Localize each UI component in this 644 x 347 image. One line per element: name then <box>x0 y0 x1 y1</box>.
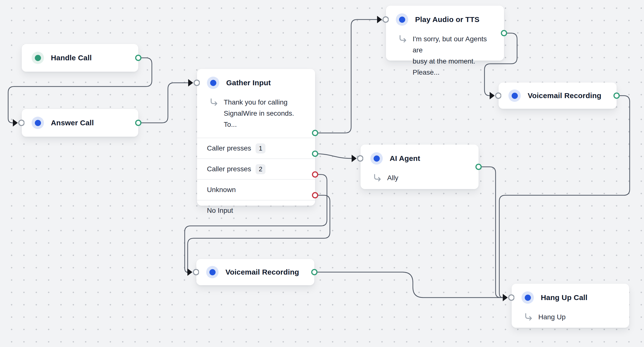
input-port[interactable] <box>188 79 200 88</box>
node-title: AI Agent <box>390 154 420 163</box>
node-body-text: Ally <box>387 172 398 183</box>
input-port[interactable] <box>352 154 363 164</box>
row-unknown[interactable]: Unknown <box>197 179 315 200</box>
input-port[interactable] <box>187 268 199 277</box>
node-type-icon <box>508 90 521 102</box>
node-body-text: Thank you for calling SignalWire in seco… <box>224 97 305 130</box>
output-port-caller-presses-1[interactable] <box>312 130 318 137</box>
node-header: Handle Call <box>22 44 138 72</box>
row-key-badge: 1 <box>256 143 266 153</box>
node-handle-call[interactable]: Handle Call <box>22 44 138 72</box>
node-type-icon <box>207 77 219 89</box>
node-hang-up-call[interactable]: Hang Up CallHang Up <box>512 284 629 328</box>
row-caller-presses-1[interactable]: Caller presses1 <box>197 138 315 158</box>
node-title: Hang Up Call <box>541 293 588 302</box>
node-type-icon <box>32 52 44 64</box>
output-port[interactable] <box>135 54 142 62</box>
node-title: Play Audio or TTS <box>415 15 480 24</box>
row-label: Caller presses <box>207 165 251 173</box>
node-type-icon <box>396 13 408 26</box>
row-label: Unknown <box>207 186 236 194</box>
node-header: Play Audio or TTS <box>386 6 504 33</box>
row-no-input[interactable]: No Input <box>197 200 315 221</box>
output-port[interactable] <box>311 269 318 276</box>
node-voicemail-recording-bottom[interactable]: Voicemail Recording <box>196 259 314 285</box>
edge-ai-agent--hang-up-call[interactable] <box>478 167 502 297</box>
node-header: Gather Input <box>197 69 315 97</box>
row-key-badge: 2 <box>256 164 266 174</box>
edge-answer-call--gather-input[interactable] <box>138 83 188 123</box>
edge-voicemail-recording-bottom--hang-up-call[interactable] <box>314 272 502 297</box>
row-caller-presses-2[interactable]: Caller presses2 <box>197 158 315 179</box>
node-header: Hang Up Call <box>512 284 629 311</box>
node-title: Voicemail Recording <box>226 268 299 276</box>
output-port[interactable] <box>500 30 508 38</box>
node-header: Voicemail Recording <box>498 83 616 109</box>
node-gather-input[interactable]: Gather InputThank you for calling Signal… <box>197 69 315 206</box>
edge-voicemail-recording-top--hang-up-call[interactable] <box>499 96 630 297</box>
row-label: Caller presses <box>207 144 251 152</box>
input-port[interactable] <box>377 15 389 25</box>
input-port[interactable] <box>502 293 514 303</box>
node-ai-agent[interactable]: AI AgentAlly <box>360 145 478 189</box>
node-type-icon <box>522 291 534 304</box>
node-body: Hang Up <box>512 311 629 330</box>
node-header: Voicemail Recording <box>196 259 314 285</box>
reply-elbow-icon <box>399 35 407 43</box>
node-body: Ally <box>360 172 478 191</box>
output-rows: Caller presses1Caller presses2UnknownNo … <box>197 138 315 221</box>
node-title: Gather Input <box>226 79 271 87</box>
node-title: Handle Call <box>51 54 92 62</box>
input-port[interactable] <box>490 92 501 101</box>
node-title: Answer Call <box>51 119 94 127</box>
edge-gather-input.caller-presses-1--play-audio-or-tts[interactable] <box>315 20 377 133</box>
node-header: AI Agent <box>360 145 478 172</box>
node-voicemail-recording-top[interactable]: Voicemail Recording <box>498 83 616 109</box>
node-body: Thank you for calling SignalWire in seco… <box>197 97 315 137</box>
node-answer-call[interactable]: Answer Call <box>22 109 138 137</box>
output-port-caller-presses-2[interactable] <box>312 150 318 158</box>
reply-elbow-icon <box>524 313 533 321</box>
node-body-text: I'm sorry, but our Agents are busy at th… <box>412 33 494 78</box>
output-port-no-input[interactable] <box>312 192 318 200</box>
node-header: Answer Call <box>22 109 138 137</box>
reply-elbow-icon <box>210 98 218 106</box>
row-label: No Input <box>207 207 233 214</box>
output-port[interactable] <box>475 163 482 171</box>
node-type-icon <box>32 117 44 129</box>
input-port[interactable] <box>12 119 24 128</box>
edge-gather-input.caller-presses-2--ai-agent[interactable] <box>315 154 352 158</box>
flow-canvas[interactable]: Handle CallAnswer CallGather InputThank … <box>0 0 644 347</box>
node-title: Voicemail Recording <box>528 92 601 100</box>
node-type-icon <box>206 266 218 278</box>
output-port[interactable] <box>135 119 142 127</box>
output-port-unknown[interactable] <box>312 171 318 179</box>
reply-elbow-icon <box>373 174 382 182</box>
node-play-audio-or-tts[interactable]: Play Audio or TTSI'm sorry, but our Agen… <box>386 6 504 61</box>
node-body: I'm sorry, but our Agents are busy at th… <box>386 33 504 85</box>
output-port[interactable] <box>613 92 620 100</box>
node-body-text: Hang Up <box>538 311 566 322</box>
node-type-icon <box>370 152 383 165</box>
